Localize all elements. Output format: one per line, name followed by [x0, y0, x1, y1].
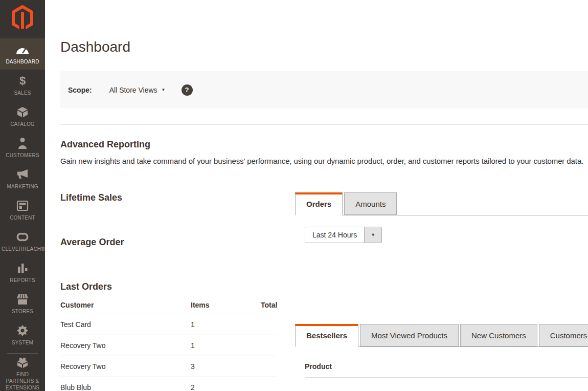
- cell-customer: Recovery Two: [60, 356, 191, 377]
- main-content: Dashboard Scope: All Store Views ▼ ? Adv…: [45, 39, 588, 391]
- last-orders-heading: Last Orders: [60, 281, 277, 292]
- tab-customers[interactable]: Customers: [539, 324, 588, 346]
- advanced-reporting-title: Advanced Reporting: [60, 139, 588, 150]
- period-select[interactable]: Last 24 Hours ▼: [305, 227, 382, 243]
- cell-total: [261, 335, 277, 356]
- period-select-value: Last 24 Hours: [305, 227, 364, 243]
- section-divider: [60, 124, 588, 125]
- cell-items: 3: [191, 356, 261, 377]
- column-header-total: Total: [261, 299, 277, 314]
- sidebar-item-sales[interactable]: $ SALES: [0, 70, 45, 101]
- dashboard-columns: Lifetime Sales Average Order Last Orders…: [60, 192, 588, 391]
- average-order-heading: Average Order: [60, 237, 277, 248]
- column-header-customer: Customer: [60, 299, 191, 314]
- sidebar-item-label: MARKETING: [7, 183, 38, 190]
- cell-customer: Blub Blub: [60, 377, 191, 391]
- sales-icon: $: [16, 75, 29, 87]
- sidebar-item-label: SYSTEM: [12, 339, 33, 346]
- table-row[interactable]: Test Card 1: [60, 314, 277, 335]
- table-row[interactable]: Recovery Two 3: [60, 356, 277, 377]
- sidebar-divider: [7, 353, 38, 354]
- sidebar-item-find-partners[interactable]: FIND PARTNERS & EXTENSIONS: [0, 357, 45, 390]
- find-partners-icon: [16, 356, 29, 368]
- magento-logo[interactable]: [0, 0, 45, 38]
- cell-total: [261, 356, 277, 377]
- help-icon[interactable]: ?: [182, 84, 193, 96]
- caret-down-icon: ▼: [162, 88, 166, 92]
- sidebar-item-catalog[interactable]: CATALOG: [0, 101, 45, 132]
- caret-down-icon: ▼: [364, 227, 381, 243]
- cell-items: 2: [191, 377, 261, 391]
- last-orders-table: Customer Items Total Test Card 1 Recover…: [60, 299, 277, 391]
- catalog-icon: [16, 106, 29, 118]
- store-view-switcher[interactable]: All Store Views ▼: [109, 86, 166, 94]
- cell-items: 1: [191, 335, 261, 356]
- table-row[interactable]: Recovery Two 1: [60, 335, 277, 356]
- sidebar-item-content[interactable]: CONTENT: [0, 194, 45, 226]
- cell-total: [261, 314, 277, 335]
- scope-bar: Scope: All Store Views ▼ ?: [60, 71, 588, 108]
- sidebar-item-label: DASHBOARD: [6, 58, 39, 65]
- admin-sidebar: DASHBOARD $ SALES CATALOG CUSTOMERS: [0, 0, 45, 391]
- cell-customer: Test Card: [60, 314, 191, 335]
- sidebar-item-dashboard[interactable]: DASHBOARD: [0, 38, 45, 70]
- advanced-reporting-description: Gain new insights and take command of yo…: [60, 157, 588, 165]
- sidebar-item-system[interactable]: SYSTEM: [0, 319, 45, 351]
- cell-items: 1: [191, 314, 261, 335]
- tab-most-viewed-products[interactable]: Most Viewed Products: [360, 324, 459, 346]
- sidebar-item-label: STORES: [12, 308, 33, 315]
- sidebar-item-label: CUSTOMERS: [6, 152, 39, 159]
- table-row[interactable]: Blub Blub 2: [60, 377, 277, 391]
- sidebar-item-customers[interactable]: CUSTOMERS: [0, 132, 45, 163]
- table-header-row: Customer Items Total: [60, 299, 277, 314]
- lifetime-sales-heading: Lifetime Sales: [60, 192, 277, 203]
- sidebar-item-label: CLEVERREACH®: [2, 246, 43, 252]
- left-column: Lifetime Sales Average Order Last Orders…: [60, 192, 277, 391]
- tab-amounts[interactable]: Amounts: [344, 192, 397, 215]
- cell-total: [261, 377, 277, 391]
- content-icon: [16, 200, 29, 212]
- stores-icon: [16, 293, 29, 306]
- sidebar-item-cleverreach[interactable]: CLEVERREACH®: [0, 226, 45, 257]
- right-column: Orders Amounts Last 24 Hours ▼ Bestselle…: [295, 192, 588, 391]
- column-header-items: Items: [191, 299, 261, 314]
- sidebar-item-stores[interactable]: STORES: [0, 288, 45, 319]
- cleverreach-icon: [16, 231, 29, 243]
- system-icon: [16, 324, 29, 337]
- customers-icon: [16, 137, 29, 149]
- sidebar-item-marketing[interactable]: MARKETING: [0, 163, 45, 194]
- tab-orders[interactable]: Orders: [295, 192, 343, 215]
- sidebar-item-label: FIND PARTNERS & EXTENSIONS: [2, 371, 43, 391]
- marketing-icon: [16, 168, 29, 181]
- sidebar-item-label: REPORTS: [10, 277, 35, 284]
- bestsellers-tabs: Bestsellers Most Viewed Products New Cus…: [295, 324, 588, 347]
- reports-icon: [16, 262, 29, 274]
- period-select-row: Last 24 Hours ▼: [305, 227, 588, 243]
- product-column-header: Product: [305, 362, 588, 378]
- dashboard-icon: [16, 44, 29, 56]
- magento-logo-icon: [11, 5, 34, 34]
- tab-new-customers[interactable]: New Customers: [460, 324, 537, 346]
- sales-chart-tabs: Orders Amounts: [295, 192, 588, 215]
- scope-label: Scope:: [68, 86, 92, 94]
- page-title: Dashboard: [60, 39, 588, 55]
- cell-customer: Recovery Two: [60, 335, 191, 356]
- sidebar-item-label: CATALOG: [10, 121, 35, 127]
- sidebar-item-reports[interactable]: REPORTS: [0, 257, 45, 288]
- tab-bestsellers[interactable]: Bestsellers: [295, 324, 358, 347]
- sidebar-item-label: CONTENT: [10, 214, 35, 221]
- store-view-value: All Store Views: [109, 86, 157, 94]
- sidebar-item-label: SALES: [14, 90, 31, 96]
